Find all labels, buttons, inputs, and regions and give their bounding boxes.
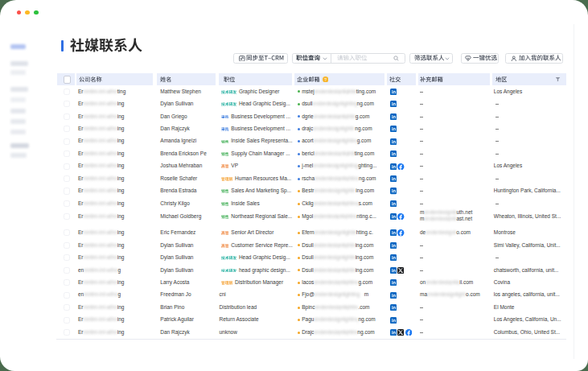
svg-text:?: ? xyxy=(324,76,327,81)
